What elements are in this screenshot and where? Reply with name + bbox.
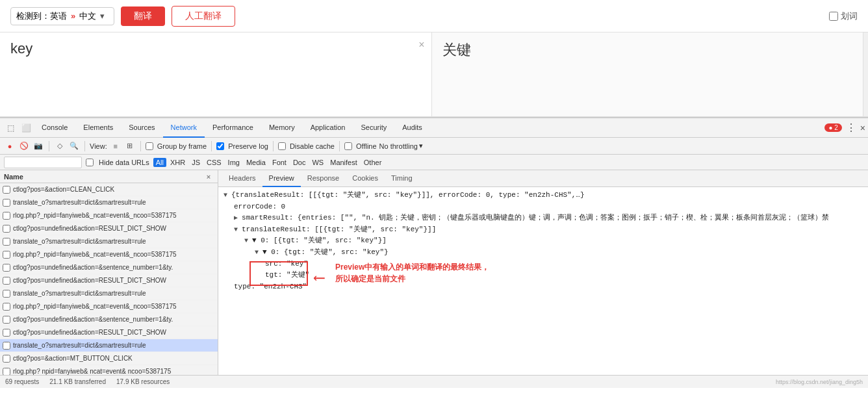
word-toggle-label: 划词: [841, 10, 858, 22]
group-view-icon[interactable]: ⊞: [124, 140, 136, 152]
filter-type-media[interactable]: Media: [244, 158, 268, 167]
devtools-tab-audits[interactable]: Audits: [394, 118, 430, 138]
devtools-tab-security[interactable]: Security: [353, 118, 394, 138]
request-checkbox[interactable]: [3, 238, 10, 246]
filter-types: AllXHRJSCSSImgMediaFontDocWSManifestOthe…: [153, 158, 385, 167]
request-checkbox[interactable]: [3, 368, 10, 376]
request-item[interactable]: ctlog?pos=&action=CLEAN_CLICK: [0, 183, 218, 196]
request-item[interactable]: ctlog?pos=undefined&action=RESULT_DICT_S…: [0, 274, 218, 287]
toolbar-sep-1: [49, 141, 49, 151]
camera-icon[interactable]: 📷: [32, 140, 44, 152]
filter-type-css[interactable]: CSS: [204, 158, 224, 167]
request-item[interactable]: translate_o?smartresult=dict&smartresult…: [0, 196, 218, 209]
filter-type-all[interactable]: All: [153, 158, 166, 167]
request-checkbox[interactable]: [3, 290, 10, 298]
request-item[interactable]: ctlog?pos=undefined&action=RESULT_DICT_S…: [0, 222, 218, 235]
list-view-icon[interactable]: ≡: [110, 140, 121, 152]
devtools-tab-network[interactable]: Network: [163, 118, 205, 138]
clear-icon[interactable]: 🚫: [18, 140, 30, 152]
preview-tab-cookies[interactable]: Cookies: [346, 170, 385, 187]
record-icon[interactable]: ●: [4, 140, 16, 152]
hide-data-urls-checkbox[interactable]: [86, 159, 94, 166]
json-expand-arrow[interactable]: ▼: [244, 237, 252, 244]
request-checkbox[interactable]: [3, 186, 10, 194]
request-checkbox[interactable]: [3, 225, 10, 233]
request-item[interactable]: ctlog?pos=undefined&action=RESULT_DICT_S…: [0, 326, 218, 339]
request-item[interactable]: rlog.php?_npid=fanyiweb&_ncat=event&_nco…: [0, 300, 218, 313]
preview-tab-response[interactable]: Response: [301, 170, 346, 187]
request-checkbox[interactable]: [3, 342, 10, 350]
preserve-log-checkbox[interactable]: [216, 142, 224, 150]
request-checkbox[interactable]: [3, 264, 10, 272]
devtools: ⬚ ⬜ ConsoleElementsSourcesNetworkPerform…: [0, 117, 868, 388]
filter-type-other[interactable]: Other: [361, 158, 385, 167]
request-item[interactable]: rlog.php?_npid=fanyiweb&_ncat=event&_nco…: [0, 209, 218, 222]
devtools-menu-icon[interactable]: ⋮: [846, 122, 856, 134]
search-icon[interactable]: 🔍: [68, 140, 80, 152]
translate-button[interactable]: 翻译: [121, 6, 165, 26]
status-bar: 69 requests 21.1 KB transferred 17.9 KB …: [0, 375, 868, 388]
request-name: ctlog?pos=&action=CLEAN_CLICK: [13, 186, 215, 193]
request-item[interactable]: ctlog?pos=undefined&action=&sentence_num…: [0, 261, 218, 274]
filter-type-ws[interactable]: WS: [309, 158, 326, 167]
toolbar-sep-2: [84, 141, 85, 151]
source-box: key ×: [0, 32, 432, 116]
devtools-tab-application[interactable]: Application: [303, 118, 353, 138]
json-expand-arrow[interactable]: ▼: [255, 249, 262, 256]
request-checkbox[interactable]: [3, 355, 10, 363]
request-item[interactable]: ctlog?pos=undefined&action=&sentence_num…: [0, 313, 218, 326]
request-checkbox[interactable]: [3, 212, 10, 220]
request-name: ctlog?pos=undefined&action=&sentence_num…: [13, 316, 215, 323]
request-checkbox[interactable]: [3, 316, 10, 324]
request-checkbox[interactable]: [3, 251, 10, 259]
offline-checkbox[interactable]: [344, 142, 352, 150]
request-name: ctlog?pos=undefined&action=RESULT_DICT_S…: [13, 225, 215, 232]
preview-tab-headers[interactable]: Headers: [222, 170, 262, 187]
json-expand-arrow[interactable]: ▼: [223, 192, 231, 199]
filter-type-js[interactable]: JS: [189, 158, 203, 167]
scrollbar-right[interactable]: [863, 32, 868, 116]
request-name: rlog.php?_npid=fanyiweb&_ncat=event&_nco…: [13, 251, 215, 258]
filter-type-manifest[interactable]: Manifest: [327, 158, 360, 167]
devtools-tab-memory[interactable]: Memory: [261, 118, 303, 138]
group-by-frame-checkbox[interactable]: [146, 142, 153, 150]
disable-cache-label: Disable cache: [290, 142, 335, 150]
language-selector[interactable]: 检测到：英语 » 中文 ▾: [10, 7, 114, 25]
devtools-tab-console[interactable]: Console: [34, 118, 75, 138]
filter-type-doc[interactable]: Doc: [290, 158, 309, 167]
preview-tab-preview[interactable]: Preview: [262, 170, 301, 187]
devtools-pointer-icon[interactable]: ⬚: [3, 120, 18, 136]
request-item[interactable]: translate_o?smartresult=dict&smartresult…: [0, 235, 218, 248]
filter-type-img[interactable]: Img: [225, 158, 242, 167]
devtools-inspect-icon[interactable]: ⬜: [18, 120, 34, 136]
close-col-header[interactable]: ×: [203, 173, 214, 181]
request-checkbox[interactable]: [3, 303, 10, 311]
close-icon[interactable]: ×: [418, 39, 424, 51]
word-toggle-checkbox[interactable]: [829, 12, 838, 21]
request-checkbox[interactable]: [3, 277, 10, 285]
json-expand-arrow[interactable]: ▶: [234, 214, 242, 222]
request-item[interactable]: translate_o?smartresult=dict&smartresult…: [0, 339, 218, 352]
request-item[interactable]: translate_o?smartresult=dict&smartresult…: [0, 287, 218, 300]
preview-tab-timing[interactable]: Timing: [385, 170, 419, 187]
devtools-tab-sources[interactable]: Sources: [121, 118, 162, 138]
request-name: ctlog?pos=&action=MT_BUTTON_CLICK: [13, 355, 215, 362]
devtools-tab-list: ConsoleElementsSourcesNetworkPerformance…: [34, 118, 430, 138]
request-checkbox[interactable]: [3, 199, 10, 207]
request-item[interactable]: ctlog?pos=&action=MT_BUTTON_CLICK: [0, 352, 218, 365]
request-checkbox[interactable]: [3, 329, 10, 337]
devtools-close-icon[interactable]: ×: [860, 123, 865, 133]
json-expand-arrow[interactable]: ▼: [234, 226, 242, 233]
request-item[interactable]: rlog.php?_npid=fanyiweb&_ncat=event&_nco…: [0, 248, 218, 261]
filter-type-font[interactable]: Font: [270, 158, 289, 167]
throttling-dropdown[interactable]: No throttling ▾: [379, 142, 423, 150]
disable-cache-checkbox[interactable]: [278, 142, 286, 150]
filter-type-xhr[interactable]: XHR: [168, 158, 188, 167]
request-item[interactable]: rlog.php? npid=fanyiweb& ncat=event& nco…: [0, 365, 218, 375]
devtools-tab-performance[interactable]: Performance: [205, 118, 261, 138]
manual-translate-button[interactable]: 人工翻译: [172, 6, 235, 27]
filter-input[interactable]: [4, 157, 82, 168]
filter-icon[interactable]: ◇: [54, 140, 66, 152]
lang-dropdown-icon[interactable]: ▾: [100, 11, 105, 21]
devtools-tab-elements[interactable]: Elements: [75, 118, 121, 138]
